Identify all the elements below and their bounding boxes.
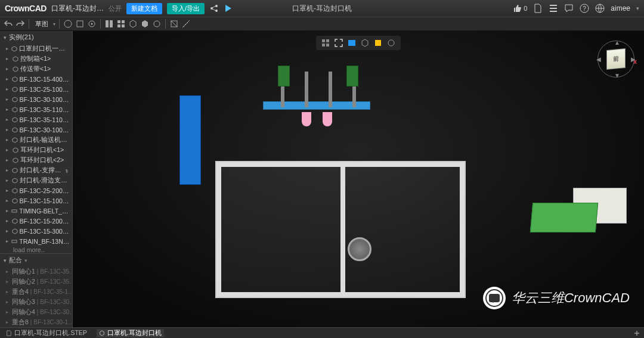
view-cube[interactable]: ▲ ▼ ◀ ▶ 前 x <box>597 41 634 77</box>
vp-tool-3[interactable] <box>360 38 370 48</box>
tree-item[interactable]: ▸BF-13C-25-10000_AS <box>0 84 72 94</box>
display-mode-icon-2[interactable] <box>116 19 126 29</box>
undo-icon[interactable] <box>4 19 13 29</box>
redo-icon[interactable] <box>16 19 25 29</box>
svg-rect-14 <box>117 24 120 27</box>
svg-rect-38 <box>375 40 381 46</box>
tree-item-label: BF-13C-15-10000_AS <box>20 197 70 204</box>
view-icon-2[interactable] <box>75 19 85 29</box>
tree-item-label: BF-13C-35-11000_AS <box>20 116 70 123</box>
tree-item-label: BF-13C-15-30000_AS <box>20 228 70 235</box>
instances-header[interactable]: 实例(21) <box>0 31 72 44</box>
mate-ref: | BF-13C-30-1… <box>30 319 72 325</box>
part-icon <box>12 107 18 113</box>
tree-item[interactable]: ▸BF-13C-15-30000_AS <box>0 226 72 236</box>
part-icon <box>11 208 17 214</box>
caret-icon: ▸ <box>6 299 8 305</box>
model-tree-panel: 实例(21) ▸口罩封口机一机体<1>▸控制箱<1>▸传送带<1>▸BF-13C… <box>0 31 73 327</box>
vp-tool-yellow[interactable] <box>373 38 383 48</box>
3d-viewport[interactable]: ▲ ▼ ◀ ▶ 前 x <box>73 31 644 327</box>
section-icon[interactable] <box>169 19 179 29</box>
caret-icon: ▸ <box>6 97 10 102</box>
part-icon <box>12 168 18 173</box>
mate-item[interactable]: ▸重合4 | BF-13C-35-1… <box>0 287 72 297</box>
caret-icon: ▸ <box>6 66 11 72</box>
svg-rect-11 <box>110 20 113 27</box>
tree-item[interactable]: ▸口罩封口机一机体<1> <box>0 44 72 54</box>
part-icon <box>13 56 18 62</box>
tree-item[interactable]: ▸控制箱<1> <box>0 54 72 64</box>
play-icon[interactable] <box>224 4 233 13</box>
caret-icon: ▸ <box>6 127 10 132</box>
view-icon-3[interactable] <box>87 19 97 29</box>
svg-rect-33 <box>322 39 325 42</box>
sketch-dropdown-icon[interactable]: ▾ <box>53 21 55 27</box>
document-icon[interactable] <box>533 4 543 13</box>
tree-item-label: 封口机-支撑<1> <box>20 166 62 175</box>
view-icon-1[interactable] <box>63 19 73 29</box>
part-icon <box>12 76 18 82</box>
list-icon[interactable] <box>549 4 558 13</box>
vp-tool-blue[interactable] <box>347 38 357 48</box>
tree-item[interactable]: ▸BF-13C-30-10000_AS <box>0 125 72 135</box>
tree-item[interactable]: ▸BF-13C-30-10000_AS <box>0 94 72 104</box>
tree-item[interactable]: ▸封口机-输送机构<1> <box>0 135 72 145</box>
tree-item[interactable]: ▸BF-13C-25-20000_AS <box>0 185 72 196</box>
mate-label: 同轴心3 <box>12 298 35 306</box>
tree-item[interactable]: ▸BF-13C-35-11000_AS <box>0 114 72 125</box>
tree-item[interactable]: ▸传送带<1> <box>0 64 72 74</box>
tree-item-label: BF-13C-15-20000_AS <box>20 218 70 225</box>
vp-tool-1[interactable] <box>321 38 330 48</box>
sketch-label[interactable]: 草图 <box>33 20 51 29</box>
share-icon[interactable] <box>209 4 219 13</box>
user-dropdown-icon[interactable]: ▾ <box>636 5 639 11</box>
tree-item[interactable]: ▸BF-13C-15-20000_AS <box>0 216 72 226</box>
tree-item[interactable]: ▸耳环封口机<2> <box>0 155 72 165</box>
mate-item[interactable]: ▸同轴心1 | BF-13C-35… <box>0 266 72 277</box>
display-mode-icon-1[interactable] <box>104 19 114 29</box>
document-name[interactable]: 口罩机-耳边封… <box>51 4 104 14</box>
tree-item[interactable]: ▸BF-13C-15-40000_AS <box>0 74 72 84</box>
svg-point-39 <box>388 40 394 46</box>
mate-item[interactable]: ▸同轴心2 | BF-13C-35… <box>0 277 72 287</box>
cube-face-front[interactable]: 前 <box>606 48 626 70</box>
main-area: 实例(21) ▸口罩封口机一机体<1>▸控制箱<1>▸传送带<1>▸BF-13C… <box>0 31 644 327</box>
svg-rect-37 <box>348 40 355 46</box>
help-icon[interactable]: ? <box>580 4 589 13</box>
caret-icon: ▸ <box>6 320 8 325</box>
globe-icon[interactable] <box>595 4 605 13</box>
import-export-button[interactable]: 导入/导出 <box>167 3 205 14</box>
toolbar: 草图 ▾ <box>0 17 644 31</box>
tab-assembly[interactable]: 口罩机.耳边封口机 <box>97 329 164 337</box>
mate-ref: | BF-13C-35-1… <box>30 289 72 295</box>
tree-item[interactable]: ▸封口机-支撑<1> <box>0 165 72 175</box>
tab-step-file[interactable]: 口罩机-耳边封口机.STEP <box>4 329 89 337</box>
measure-icon[interactable] <box>181 19 191 29</box>
vp-tool-5[interactable] <box>386 38 396 48</box>
tree-item[interactable]: ▸封口机-滑边支撑<3> <box>0 175 72 185</box>
display-mode-icon-4[interactable] <box>140 19 150 29</box>
add-tab-icon[interactable] <box>633 330 640 337</box>
new-doc-button[interactable]: 新建文档 <box>126 3 162 14</box>
mate-item[interactable]: ▸同轴心4 | BF-13C-30… <box>0 307 72 317</box>
chat-icon[interactable] <box>564 4 574 13</box>
tree-item[interactable]: ▸TIMING-BELT_2_26_1 <box>0 206 72 216</box>
tree-item-label: 封口机-输送机构<1> <box>20 136 70 144</box>
tree-item[interactable]: ▸BF-13C-35-11000_AS <box>0 104 72 114</box>
mate-label: 重合8 <box>12 318 29 327</box>
tree-item[interactable]: ▸耳环封口机<1> <box>0 145 72 155</box>
tree-item[interactable]: ▸TRAIN_BF-13N_162_1 <box>0 236 72 246</box>
tree-item[interactable]: ▸BF-13C-15-10000_AS <box>0 196 72 206</box>
display-mode-icon-3[interactable] <box>128 19 138 29</box>
load-more[interactable]: load more.. <box>0 246 72 253</box>
mate-item[interactable]: ▸重合8 | BF-13C-30-1… <box>0 317 72 327</box>
part-icon <box>12 198 18 204</box>
mate-item[interactable]: ▸同轴心3 | BF-13C-30… <box>0 297 72 307</box>
caret-icon: ▸ <box>6 147 11 153</box>
vp-expand-icon[interactable] <box>334 38 343 48</box>
like-count[interactable]: 0 <box>513 4 527 13</box>
mates-header[interactable]: 配合▾ <box>0 253 72 266</box>
wechat-icon <box>483 287 506 309</box>
username[interactable]: aimee <box>611 4 630 13</box>
display-mode-icon-5[interactable] <box>152 19 162 29</box>
